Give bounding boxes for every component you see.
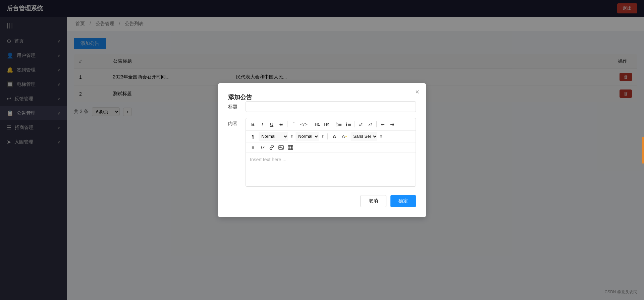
clear-format-button[interactable]: Tx [258,144,267,151]
title-form-row: 标题 [228,101,416,112]
h1-button[interactable]: H1 [313,121,322,128]
add-notice-modal: 添加公告 × 标题 内容 B I U S " </> H1 [218,83,426,217]
editor-content[interactable]: Insert text here ... [246,153,416,186]
paragraph-style-button[interactable]: ¶ [249,133,257,140]
modal-footer: 取消 确定 [228,195,416,207]
subscript-button[interactable]: x2 [357,121,365,127]
confirm-button[interactable]: 确定 [390,195,416,207]
rich-text-editor: B I U S " </> H1 H2 1.2.3. [246,118,416,187]
heading-select[interactable]: Normal Heading 1 Heading 2 [259,132,288,141]
content-label: 内容 [228,118,241,127]
cancel-button[interactable]: 取消 [360,195,386,207]
toolbar-separator [376,121,377,127]
highlight-button[interactable]: A✦ [340,133,349,140]
toolbar-separator [287,121,287,127]
editor-toolbar-row1: B I U S " </> H1 H2 1.2.3. [246,118,416,131]
underline-button[interactable]: U [267,121,276,128]
code-button[interactable]: </> [299,121,309,128]
title-input[interactable] [246,101,416,112]
toolbar-separator [311,121,311,127]
modal-title: 添加公告 [228,94,252,101]
strikethrough-button[interactable]: S [277,121,285,128]
toolbar-separator [333,121,333,127]
font-family-select[interactable]: Sans Serif Serif Monospace [351,132,377,141]
modal-close-button[interactable]: × [415,88,419,96]
blockquote-button[interactable]: " [289,120,298,128]
svg-point-11 [346,125,347,126]
ordered-list-button[interactable]: 1.2.3. [335,121,343,128]
bold-button[interactable]: B [249,121,257,128]
editor-placeholder: Insert text here ... [250,157,286,162]
h2-button[interactable]: H2 [322,121,331,128]
svg-point-10 [346,124,347,125]
toolbar-separator [355,121,355,127]
font-color-button[interactable]: A [330,133,339,140]
font-size-select[interactable]: Normal Small Large [296,132,319,141]
title-label: 标题 [228,101,241,110]
unordered-list-button[interactable] [344,121,353,128]
editor-toolbar-row3: ≡ Tx [246,142,416,153]
indent-left-button[interactable]: ⇤ [378,121,387,128]
svg-rect-14 [288,145,293,149]
table-button[interactable] [286,144,295,151]
indent-right-button[interactable]: ⇥ [388,121,396,128]
svg-text:3.: 3. [336,125,338,127]
svg-point-9 [346,122,347,123]
align-left-button[interactable]: ≡ [249,144,257,151]
editor-toolbar-row2: ¶ Normal Heading 1 Heading 2 ⬍ Normal Sm… [246,131,416,142]
image-button[interactable] [277,144,285,151]
italic-button[interactable]: I [258,121,267,128]
modal-overlay: 添加公告 × 标题 内容 B I U S " </> H1 [0,0,644,300]
toolbar-separator [327,133,328,139]
scrollbar-indicator[interactable] [642,137,644,164]
superscript-button[interactable]: x2 [366,121,375,127]
link-button[interactable] [267,144,276,151]
content-form-row: 内容 B I U S " </> H1 H2 1.2.3. [228,118,416,187]
